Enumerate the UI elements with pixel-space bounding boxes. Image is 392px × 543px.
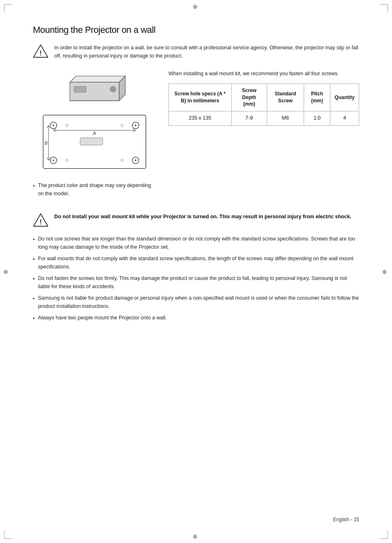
bullet-item-4: • Always have two people mount the Proje… bbox=[33, 314, 359, 323]
svg-point-17 bbox=[66, 124, 68, 127]
page-title: Mounting the Projector on a wall bbox=[33, 25, 359, 35]
left-column: A B • Th bbox=[33, 70, 156, 204]
corner-mark-bl bbox=[4, 531, 12, 539]
th-screw-depth: Screw Depth (mm) bbox=[231, 83, 267, 111]
svg-point-16 bbox=[135, 159, 136, 161]
svg-point-12 bbox=[135, 125, 136, 126]
install-instruction: When installing a wall mount kit, we rec… bbox=[168, 70, 359, 78]
svg-marker-2 bbox=[70, 76, 125, 82]
page: Mounting the Projector on a wall ! In or… bbox=[0, 0, 392, 543]
right-column: When installing a wall mount kit, we rec… bbox=[168, 70, 359, 126]
warning-text-1: In order to install the projector on a w… bbox=[54, 44, 359, 60]
projector-bottom-illustration: A B bbox=[35, 107, 154, 175]
bullet-text-0: Do not use screws that are longer than t… bbox=[38, 235, 359, 251]
page-number: English - 15 bbox=[333, 517, 359, 522]
warning-icon-2: ! bbox=[33, 213, 48, 228]
svg-point-18 bbox=[121, 124, 123, 127]
corner-mark-tr bbox=[380, 4, 388, 12]
bullet-item-1: • For wall mounts that do not comply wit… bbox=[33, 254, 359, 271]
warning-icon-1: ! bbox=[33, 44, 48, 59]
td-screw-hole-val: 235 x 135 bbox=[169, 111, 232, 126]
bullet-dot: • bbox=[33, 182, 35, 198]
bullet-dot-2: • bbox=[33, 275, 35, 283]
specs-table: Screw hole specs (A * B) in millimeters … bbox=[168, 83, 359, 126]
reg-mark-right bbox=[382, 268, 389, 275]
main-content: A B • Th bbox=[33, 70, 359, 204]
th-standard-screw: Standard Screw bbox=[267, 83, 304, 111]
projector-diagram: A B bbox=[33, 70, 156, 175]
svg-text:!: ! bbox=[39, 49, 42, 57]
svg-line-32 bbox=[47, 157, 48, 160]
bullet-text-1: For wall mounts that do not comply with … bbox=[38, 254, 359, 271]
reg-mark-left bbox=[3, 268, 10, 275]
svg-point-10 bbox=[53, 125, 54, 126]
bullet-dot-0: • bbox=[33, 236, 35, 244]
bullet-dot-1: • bbox=[33, 255, 35, 263]
bullet-section-1: • The product color and shape may vary d… bbox=[33, 181, 156, 198]
bullet-item-2: • Do not fasten the screws too firmly. T… bbox=[33, 274, 359, 291]
svg-text:B: B bbox=[44, 141, 47, 146]
bullet-text-color: The product color and shape may vary dep… bbox=[38, 181, 156, 198]
warning-text-2: Do not install your wall mount kit while… bbox=[54, 213, 351, 221]
corner-mark-br bbox=[380, 531, 388, 539]
svg-line-30 bbox=[47, 125, 48, 128]
reg-mark-bottom bbox=[193, 533, 199, 540]
table-header-row: Screw hole specs (A * B) in millimeters … bbox=[169, 83, 359, 111]
bullet-text-4: Always have two people mount the Project… bbox=[38, 314, 166, 322]
projector-3d-illustration bbox=[53, 70, 136, 107]
svg-rect-21 bbox=[80, 138, 103, 145]
svg-text:A: A bbox=[92, 131, 96, 136]
bullet-dot-3: • bbox=[33, 295, 35, 303]
bullets-list: • Do not use screws that are longer than… bbox=[33, 235, 359, 323]
bullet-item-color: • The product color and shape may vary d… bbox=[33, 181, 156, 198]
svg-line-29 bbox=[133, 130, 136, 132]
bullet-item-3: • Samsung is not liable for product dama… bbox=[33, 294, 359, 310]
warning-box-1: ! In order to install the projector on a… bbox=[33, 44, 359, 60]
th-screw-hole: Screw hole specs (A * B) in millimeters bbox=[169, 83, 232, 111]
bullet-dot-4: • bbox=[33, 314, 35, 323]
bullet-text-3: Samsung is not liable for product damage… bbox=[38, 294, 359, 310]
reg-mark-top bbox=[193, 3, 199, 10]
table-row: 235 x 135 7-9 M6 1.0 4 bbox=[169, 111, 359, 126]
svg-text:!: ! bbox=[39, 218, 42, 226]
bullet-text-2: Do not fasten the screws too firmly. Thi… bbox=[38, 274, 359, 291]
th-quantity: Quantity bbox=[330, 83, 359, 111]
svg-point-14 bbox=[53, 159, 54, 161]
td-standard-screw-val: M6 bbox=[267, 111, 304, 126]
warning-box-2: ! Do not install your wall mount kit whi… bbox=[33, 213, 359, 228]
td-quantity-val: 4 bbox=[330, 111, 359, 126]
svg-point-20 bbox=[121, 159, 123, 162]
td-screw-depth-val: 7-9 bbox=[231, 111, 267, 126]
svg-point-6 bbox=[110, 86, 116, 92]
corner-mark-tl bbox=[4, 4, 12, 12]
svg-point-19 bbox=[66, 159, 68, 162]
svg-line-27 bbox=[53, 130, 56, 132]
th-pitch: Pitch (mm) bbox=[304, 83, 330, 111]
svg-rect-5 bbox=[74, 86, 86, 92]
bullet-item-0: • Do not use screws that are longer than… bbox=[33, 235, 359, 251]
td-pitch-val: 1.0 bbox=[304, 111, 330, 126]
